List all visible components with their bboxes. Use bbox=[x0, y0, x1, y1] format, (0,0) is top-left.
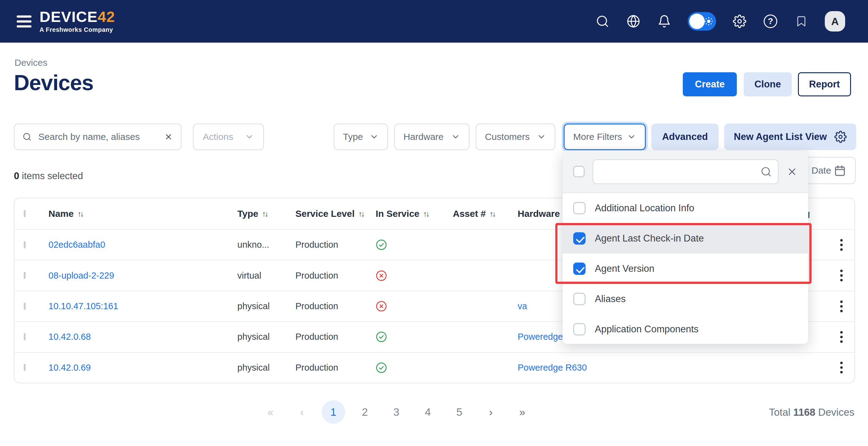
clone-button[interactable]: Clone bbox=[744, 72, 792, 96]
page-button-2[interactable]: 2 bbox=[353, 400, 377, 424]
filter-option-additional-location-info[interactable]: Additional Location Info bbox=[563, 193, 808, 223]
brand-logo[interactable]: DEVICE42 A Freshworks Company bbox=[39, 9, 115, 33]
checkbox-checked[interactable] bbox=[573, 232, 586, 245]
column-header-name[interactable]: Name↑↓ bbox=[49, 208, 237, 219]
page-title: Devices bbox=[14, 70, 94, 95]
device-type: virtual bbox=[237, 271, 296, 281]
breadcrumb[interactable]: Devices bbox=[14, 57, 48, 68]
page-button-5[interactable]: 5 bbox=[447, 400, 471, 424]
more-filters-dropdown-button[interactable]: More Filters bbox=[564, 123, 646, 150]
bell-icon[interactable] bbox=[657, 14, 672, 29]
sort-icon: ↑↓ bbox=[78, 209, 83, 218]
column-header-in-service[interactable]: In Service↑↓ bbox=[376, 208, 453, 219]
page-button-1[interactable]: 1 bbox=[322, 400, 345, 424]
checkbox-unchecked[interactable] bbox=[573, 202, 586, 214]
customers-filter-dropdown[interactable]: Customers bbox=[476, 123, 555, 150]
menu-icon[interactable] bbox=[17, 16, 31, 28]
prev-page-button[interactable]: ‹ bbox=[290, 400, 314, 424]
advanced-button[interactable]: Advanced bbox=[651, 123, 719, 150]
row-actions-kebab[interactable] bbox=[838, 237, 844, 252]
device-name-link[interactable]: 10.42.0.69 bbox=[49, 363, 91, 373]
row-actions-kebab[interactable] bbox=[838, 299, 844, 314]
row-actions-kebab[interactable] bbox=[838, 360, 844, 375]
checkbox-checked[interactable] bbox=[573, 263, 586, 275]
first-page-button[interactable]: « bbox=[259, 400, 282, 424]
column-header-type[interactable]: Type↑↓ bbox=[237, 208, 296, 219]
help-icon[interactable]: ? bbox=[763, 14, 778, 29]
column-header-asset[interactable]: Asset #↑↓ bbox=[453, 208, 518, 219]
chevron-down-icon bbox=[370, 132, 379, 142]
device-type: physical bbox=[237, 363, 296, 373]
search-input[interactable] bbox=[38, 131, 157, 142]
service-level: Production bbox=[296, 332, 376, 342]
chevron-down-icon bbox=[245, 132, 254, 142]
sort-icon: ↑↓ bbox=[262, 209, 267, 218]
calendar-icon bbox=[834, 165, 846, 176]
chevron-down-icon bbox=[627, 132, 636, 142]
sort-icon: ↑↓ bbox=[490, 209, 495, 218]
row-actions-kebab[interactable] bbox=[838, 329, 844, 345]
total-devices-count: Total 1168 Devices bbox=[769, 407, 855, 418]
page-button-3[interactable]: 3 bbox=[384, 400, 408, 424]
last-page-button[interactable]: » bbox=[510, 400, 534, 424]
device-search-box[interactable] bbox=[14, 123, 182, 150]
row-checkbox[interactable] bbox=[24, 241, 26, 248]
toggle-knob bbox=[689, 13, 705, 29]
next-page-button[interactable]: › bbox=[479, 400, 502, 424]
filter-search-input[interactable] bbox=[593, 167, 778, 177]
gear-icon[interactable] bbox=[732, 14, 747, 29]
row-checkbox[interactable] bbox=[24, 333, 26, 340]
clear-search-icon[interactable] bbox=[164, 132, 173, 142]
row-actions-kebab[interactable] bbox=[838, 268, 844, 283]
bookmark-icon[interactable] bbox=[794, 14, 809, 29]
select-all-filters-checkbox[interactable] bbox=[573, 166, 585, 177]
filter-option-agent-version[interactable]: Agent Version bbox=[563, 254, 808, 284]
device-name-link[interactable]: 08-upload-2-229 bbox=[49, 271, 114, 280]
type-filter-dropdown[interactable]: Type bbox=[334, 123, 388, 150]
sort-icon: ↑↓ bbox=[423, 209, 429, 218]
in-service-yes-icon bbox=[376, 331, 387, 343]
hardware-link[interactable]: Poweredge R630 bbox=[518, 363, 587, 373]
report-button[interactable]: Report bbox=[798, 72, 851, 96]
in-service-yes-icon bbox=[376, 362, 387, 374]
selection-summary: 0 items selected bbox=[14, 171, 83, 182]
close-icon[interactable] bbox=[786, 166, 798, 177]
hardware-filter-dropdown[interactable]: Hardware bbox=[394, 123, 469, 150]
service-level: Production bbox=[296, 240, 376, 250]
device-type: unkno... bbox=[237, 240, 296, 250]
chevron-down-icon bbox=[451, 132, 460, 142]
device-name-link[interactable]: 10.10.47.105:161 bbox=[49, 301, 118, 311]
device-name-link[interactable]: 02edc6aabfa0 bbox=[49, 240, 105, 249]
row-checkbox[interactable] bbox=[24, 272, 26, 279]
actions-dropdown[interactable]: Actions bbox=[193, 123, 264, 150]
filter-option-aliases[interactable]: Aliases bbox=[563, 284, 808, 314]
row-checkbox[interactable] bbox=[24, 303, 26, 310]
page-button-4[interactable]: 4 bbox=[416, 400, 439, 424]
hardware-link[interactable]: va bbox=[518, 301, 527, 311]
search-icon[interactable] bbox=[595, 14, 610, 29]
checkbox-unchecked[interactable] bbox=[573, 293, 586, 305]
in-service-no-icon bbox=[376, 300, 387, 312]
filter-search-box[interactable] bbox=[593, 159, 778, 184]
row-checkbox[interactable] bbox=[24, 364, 26, 371]
filter-option-agent-last-check-in-date[interactable]: Agent Last Check-in Date bbox=[563, 223, 808, 254]
new-agent-list-view-button[interactable]: New Agent List View bbox=[724, 123, 856, 150]
avatar[interactable]: A bbox=[825, 11, 845, 31]
sun-icon bbox=[704, 17, 714, 26]
brand-accent-text: 42 bbox=[97, 8, 115, 25]
search-icon bbox=[23, 131, 31, 142]
globe-icon[interactable] bbox=[626, 14, 641, 29]
gear-icon bbox=[834, 131, 847, 143]
theme-toggle[interactable] bbox=[688, 12, 716, 31]
checkbox-unchecked[interactable] bbox=[573, 323, 586, 335]
device-name-link[interactable]: 10.42.0.68 bbox=[49, 332, 91, 341]
select-all-checkbox[interactable] bbox=[24, 210, 26, 217]
filter-option-application-components[interactable]: Application Components bbox=[563, 314, 808, 344]
column-header-service-level[interactable]: Service Level↑↓ bbox=[296, 208, 376, 219]
search-icon bbox=[761, 166, 772, 177]
device-type: physical bbox=[237, 301, 296, 311]
service-level: Production bbox=[296, 363, 376, 373]
in-service-no-icon bbox=[376, 270, 387, 281]
chevron-down-icon bbox=[537, 132, 546, 142]
create-button[interactable]: Create bbox=[683, 72, 737, 96]
